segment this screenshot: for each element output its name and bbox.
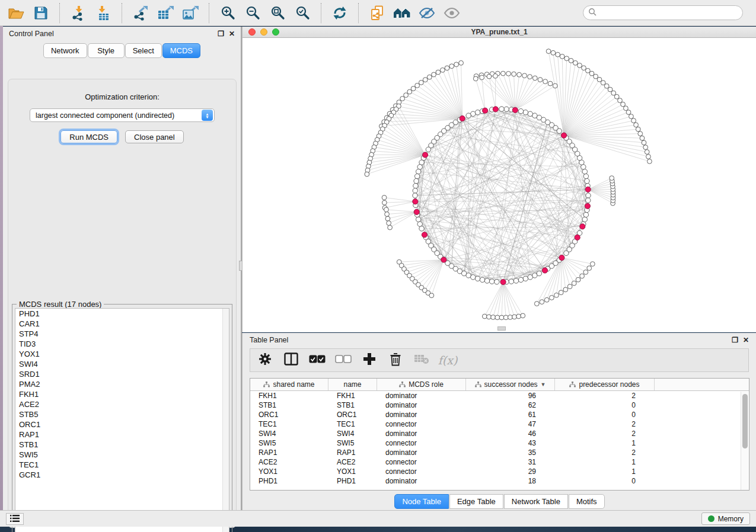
function-builder-button[interactable]: f(x) <box>439 351 457 369</box>
dominator-node <box>413 199 418 204</box>
zoom-fit-button[interactable] <box>265 2 290 24</box>
cell-mcds_role: dominator <box>377 410 466 419</box>
dominator-node <box>500 279 506 284</box>
tab-edge-table[interactable]: Edge Table <box>449 494 503 509</box>
mcds-tab-content: Optimization criterion: largest connecte… <box>8 79 237 528</box>
table-scrollbar[interactable] <box>741 392 748 490</box>
result-list-item[interactable]: PMA2 <box>15 379 229 389</box>
delete-column-button[interactable] <box>387 351 404 369</box>
export-network-button[interactable] <box>128 2 153 24</box>
select-all-button[interactable] <box>308 351 326 369</box>
float-panel-icon[interactable]: ❐ <box>218 30 224 37</box>
network-canvas[interactable] <box>243 38 756 332</box>
result-list-item[interactable]: PHD1 <box>15 309 229 319</box>
close-panel-icon[interactable]: ✕ <box>229 30 235 37</box>
network-window-titlebar[interactable]: YPA_prune.txt_1 <box>243 27 756 38</box>
result-list-item[interactable]: TEC1 <box>15 460 229 470</box>
table-row[interactable]: PHD1PHD1dominator180 <box>250 476 749 486</box>
table-row[interactable]: SWI5SWI5connector431 <box>250 438 749 448</box>
zoom-out-button[interactable] <box>240 2 265 24</box>
result-list-item[interactable]: RAP1 <box>15 430 229 440</box>
hide-selected-button[interactable] <box>414 2 439 24</box>
result-list-item[interactable]: SWI5 <box>15 450 229 460</box>
result-list-item[interactable]: SWI4 <box>15 359 229 369</box>
horizontal-splitter-handle[interactable] <box>497 326 506 331</box>
export-table-button[interactable] <box>153 2 178 24</box>
table-settings-button[interactable] <box>256 351 274 369</box>
first-neighbors-button[interactable] <box>390 2 414 24</box>
float-table-panel-icon[interactable]: ❐ <box>732 336 738 344</box>
mcds-result-list[interactable]: PHD1CAR1STP4TID3YOX1SWI4SRD1PMA2FKH1ACE2… <box>15 308 229 532</box>
split-columns-button[interactable] <box>282 351 300 369</box>
search-field[interactable] <box>583 5 743 20</box>
close-table-panel-icon[interactable]: ✕ <box>743 336 749 344</box>
tab-motifs[interactable]: Motifs <box>569 494 605 509</box>
network-graph[interactable] <box>243 38 756 328</box>
zoom-in-button[interactable] <box>215 2 240 24</box>
result-list-item[interactable]: SRD1 <box>15 369 229 379</box>
tab-mcds[interactable]: MCDS <box>162 43 200 58</box>
table-scrollbar-thumb[interactable] <box>742 394 748 448</box>
close-panel-button[interactable]: Close panel <box>125 130 184 143</box>
deselect-all-button[interactable] <box>334 351 352 369</box>
column-header-name[interactable]: name <box>328 379 377 390</box>
tab-select[interactable]: Select <box>125 43 162 58</box>
tab-node-table[interactable]: Node Table <box>394 494 449 509</box>
add-column-button[interactable] <box>361 351 378 369</box>
duplicate-network-icon <box>369 5 385 21</box>
result-list-item[interactable]: FKH1 <box>15 389 229 399</box>
table-row[interactable]: ACE2ACE2connector311 <box>250 457 749 467</box>
search-input[interactable] <box>596 9 738 17</box>
criterion-dropdown[interactable]: largest connected component (undirected)… <box>30 108 215 122</box>
column-tree-icon <box>569 382 576 387</box>
result-list-item[interactable]: ORC1 <box>15 419 229 430</box>
column-tree-icon <box>399 382 406 387</box>
table-row[interactable]: ORC1ORC1dominator610 <box>250 410 749 419</box>
result-list-item[interactable]: STB1 <box>15 440 229 450</box>
table-toolbar: f(x) <box>250 348 749 372</box>
run-mcds-button[interactable]: Run MCDS <box>60 130 117 143</box>
memory-button[interactable]: Memory <box>701 512 750 525</box>
refresh-button[interactable] <box>327 2 352 24</box>
cell-shared_name: FKH1 <box>250 391 328 400</box>
cell-name: PHD1 <box>328 476 377 486</box>
table-row[interactable]: RAP1RAP1dominator352 <box>250 448 749 457</box>
toolbar-separator <box>122 3 122 23</box>
zoom-selected-button[interactable] <box>290 2 315 24</box>
save-floppy-icon <box>34 6 48 20</box>
dominator-node <box>422 152 428 158</box>
open-file-button[interactable] <box>4 2 28 24</box>
tab-network[interactable]: Network <box>43 43 87 58</box>
delete-table-button[interactable] <box>413 351 430 369</box>
result-list-item[interactable]: STP4 <box>15 329 229 339</box>
import-table-button[interactable] <box>91 2 116 24</box>
table-row[interactable]: TEC1TEC1connector472 <box>250 419 749 429</box>
gear-icon <box>259 352 272 368</box>
toolbar-separator <box>209 3 209 23</box>
result-list-item[interactable]: STB5 <box>15 409 229 419</box>
result-list-scrollbar[interactable] <box>222 309 229 532</box>
show-all-button[interactable] <box>439 2 464 24</box>
memory-status-icon <box>708 515 714 522</box>
cell-successor_nodes: 61 <box>466 410 555 419</box>
export-image-button[interactable] <box>178 2 203 24</box>
column-header-MCDS-role[interactable]: MCDS role <box>377 379 466 390</box>
table-row[interactable]: YOX1YOX1connector291 <box>250 467 749 476</box>
result-list-item[interactable]: GCR1 <box>15 470 229 480</box>
result-list-item[interactable]: ACE2 <box>15 399 229 409</box>
tab-style[interactable]: Style <box>88 43 125 58</box>
tab-network-table[interactable]: Network Table <box>504 494 568 509</box>
panel-menu-button[interactable] <box>6 513 24 525</box>
column-header-shared-name[interactable]: shared name <box>250 379 328 390</box>
result-list-item[interactable]: CAR1 <box>15 319 229 329</box>
table-row[interactable]: SWI4SWI4dominator462 <box>250 429 749 438</box>
column-header-successor-nodes[interactable]: successor nodes▼ <box>466 379 555 390</box>
column-header-predecessor-nodes[interactable]: predecessor nodes <box>555 379 655 390</box>
table-row[interactable]: FKH1FKH1dominator962 <box>250 391 749 400</box>
duplicate-network-button[interactable] <box>365 2 390 24</box>
table-row[interactable]: STB1STB1dominator620 <box>250 400 749 410</box>
save-session-button[interactable] <box>28 2 53 24</box>
result-list-item[interactable]: TID3 <box>15 339 229 349</box>
import-network-button[interactable] <box>66 2 91 24</box>
result-list-item[interactable]: YOX1 <box>15 349 229 359</box>
